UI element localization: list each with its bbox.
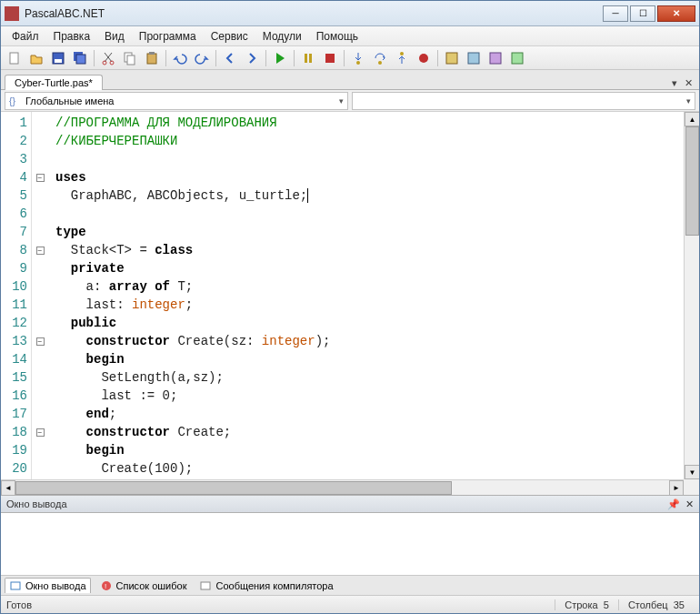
step-over-button[interactable] bbox=[370, 48, 390, 68]
code-line[interactable]: uses bbox=[55, 168, 684, 186]
new-file-button[interactable] bbox=[5, 48, 25, 68]
stop-button[interactable] bbox=[320, 48, 340, 68]
scroll-up-button[interactable]: ▲ bbox=[685, 112, 699, 126]
code-line[interactable]: constructor Create; bbox=[55, 423, 684, 441]
module4-button[interactable] bbox=[507, 48, 527, 68]
horizontal-scroll-thumb[interactable] bbox=[15, 481, 452, 495]
toggle-bp-icon bbox=[416, 51, 431, 65]
line-number: 14 bbox=[1, 350, 27, 368]
save-all-button[interactable] bbox=[70, 48, 90, 68]
module2-button[interactable] bbox=[464, 48, 484, 68]
file-tab[interactable]: Cyber-Turtle.pas* bbox=[5, 75, 103, 90]
code-line[interactable]: Stack<T> = class bbox=[55, 241, 684, 259]
line-number: 8 bbox=[1, 241, 27, 259]
toolbar-separator bbox=[94, 50, 95, 66]
svg-text:!: ! bbox=[105, 582, 106, 590]
pause-button[interactable] bbox=[298, 48, 318, 68]
code-line[interactable]: private bbox=[55, 259, 684, 277]
fold-marker bbox=[32, 368, 48, 387]
menu-помощь[interactable]: Помощь bbox=[309, 28, 365, 45]
file-tab-row: Cyber-Turtle.pas* ▾ ✕ bbox=[1, 70, 699, 90]
horizontal-scrollbar[interactable]: ◄ ► bbox=[1, 479, 684, 495]
code-line[interactable]: begin bbox=[55, 350, 684, 368]
vertical-scroll-thumb[interactable] bbox=[685, 126, 699, 236]
maximize-button[interactable]: ☐ bbox=[630, 5, 655, 22]
code-line[interactable]: GraphABC, ABCObjects, u_turtle; bbox=[55, 186, 684, 205]
fold-marker bbox=[32, 114, 48, 132]
redo-button[interactable] bbox=[192, 48, 212, 68]
fold-marker[interactable]: − bbox=[32, 241, 48, 259]
svg-point-14 bbox=[356, 61, 360, 65]
vertical-scrollbar[interactable]: ▲ ▼ bbox=[684, 112, 699, 479]
menu-программа[interactable]: Программа bbox=[132, 28, 204, 45]
step-out-button[interactable] bbox=[392, 48, 412, 68]
scroll-right-button[interactable]: ► bbox=[669, 480, 684, 496]
save-file-button[interactable] bbox=[48, 48, 68, 68]
fold-marker bbox=[32, 405, 48, 423]
run-button[interactable] bbox=[270, 48, 290, 68]
svg-rect-10 bbox=[149, 52, 155, 55]
undo-button[interactable] bbox=[170, 48, 190, 68]
close-button[interactable]: ✕ bbox=[657, 5, 695, 22]
svg-point-16 bbox=[400, 52, 404, 55]
open-file-icon bbox=[29, 51, 44, 65]
code-line[interactable]: Create(100); bbox=[55, 459, 684, 478]
code-line[interactable]: a: array of T; bbox=[55, 277, 684, 296]
output-panel-body[interactable] bbox=[1, 513, 699, 575]
code-line[interactable]: SetLength(a,sz); bbox=[55, 368, 684, 387]
bottom-tab-2[interactable]: Сообщения компилятора bbox=[195, 579, 336, 593]
menu-файл[interactable]: Файл bbox=[5, 28, 46, 45]
paste-button[interactable] bbox=[142, 48, 162, 68]
fold-marker[interactable]: − bbox=[32, 332, 48, 350]
menu-вид[interactable]: Вид bbox=[97, 28, 132, 45]
svg-rect-11 bbox=[305, 54, 307, 63]
code-line[interactable]: public bbox=[55, 314, 684, 332]
module1-button[interactable] bbox=[442, 48, 462, 68]
code-line[interactable]: constructor Create(sz: integer); bbox=[55, 332, 684, 350]
fold-marker bbox=[32, 459, 48, 478]
menu-правка[interactable]: Правка bbox=[46, 28, 98, 45]
menu-модули[interactable]: Модули bbox=[255, 28, 309, 45]
open-file-button[interactable] bbox=[26, 48, 46, 68]
pin-icon[interactable]: 📌 bbox=[667, 498, 680, 510]
code-line[interactable]: type bbox=[55, 223, 684, 241]
cut-button[interactable] bbox=[98, 48, 118, 68]
code-line[interactable]: begin bbox=[55, 441, 684, 459]
step-into-button[interactable] bbox=[348, 48, 368, 68]
scope-combo[interactable]: {} Глобальные имена ▾ bbox=[5, 92, 348, 110]
svg-rect-4 bbox=[76, 55, 85, 64]
scroll-down-button[interactable]: ▼ bbox=[685, 465, 699, 479]
line-number: 16 bbox=[1, 387, 27, 405]
step-into-icon bbox=[351, 51, 365, 65]
member-combo[interactable]: ▾ bbox=[352, 92, 695, 110]
nav-back-button[interactable] bbox=[220, 48, 240, 68]
module3-button[interactable] bbox=[485, 48, 505, 68]
code-line[interactable]: last := 0; bbox=[55, 387, 684, 405]
module1-icon bbox=[445, 51, 459, 65]
nav-fwd-button[interactable] bbox=[242, 48, 262, 68]
tab-dropdown-icon[interactable]: ▾ bbox=[669, 77, 680, 89]
svg-text:{}: {} bbox=[9, 95, 16, 106]
menu-сервис[interactable]: Сервис bbox=[204, 28, 255, 45]
statusbar: Готов Строка 5 Столбец 35 bbox=[1, 595, 699, 613]
tab-close-icon[interactable]: ✕ bbox=[682, 77, 695, 89]
svg-rect-2 bbox=[55, 59, 62, 63]
code-line[interactable]: //КИБЕРЧЕРЕПАШКИ bbox=[55, 132, 684, 150]
bottom-tab-1[interactable]: !Список ошибок bbox=[96, 579, 191, 593]
fold-marker[interactable]: − bbox=[32, 423, 48, 441]
bottom-tab-0[interactable]: Окно вывода bbox=[5, 578, 91, 593]
fold-marker[interactable]: − bbox=[32, 168, 48, 186]
code-line[interactable] bbox=[55, 205, 684, 223]
code-line[interactable]: end; bbox=[55, 405, 684, 423]
scroll-left-button[interactable]: ◄ bbox=[1, 480, 15, 496]
code-line[interactable]: last: integer; bbox=[55, 296, 684, 314]
line-number: 12 bbox=[1, 314, 27, 332]
code-area[interactable]: //ПРОГРАММА ДЛЯ МОДЕЛИРОВАНИЯ//КИБЕРЧЕРЕ… bbox=[48, 112, 684, 479]
copy-button[interactable] bbox=[120, 48, 140, 68]
toggle-bp-button[interactable] bbox=[414, 48, 434, 68]
braces-icon: {} bbox=[9, 95, 22, 107]
code-line[interactable] bbox=[55, 150, 684, 168]
minimize-button[interactable]: ─ bbox=[603, 5, 628, 22]
panel-close-icon[interactable]: ✕ bbox=[685, 498, 694, 510]
code-line[interactable]: //ПРОГРАММА ДЛЯ МОДЕЛИРОВАНИЯ bbox=[55, 114, 684, 132]
